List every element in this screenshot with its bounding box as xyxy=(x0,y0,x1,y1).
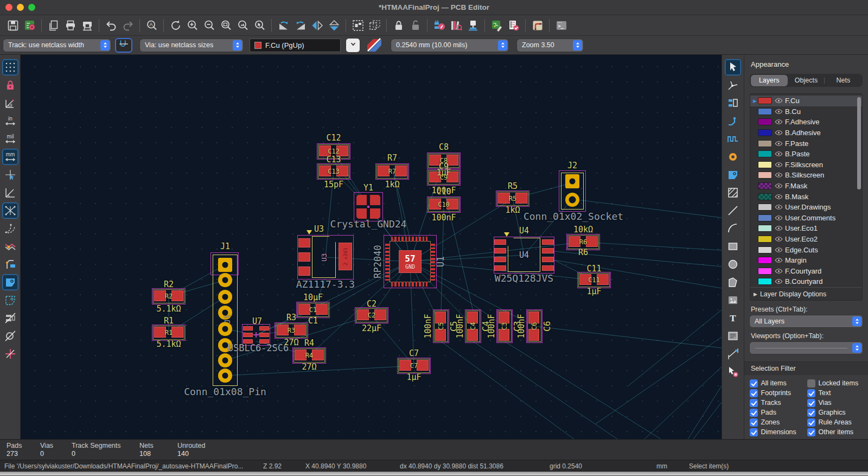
pcb-label-U4[interactable]: U4 xyxy=(519,227,529,235)
ratsnest-curve-button[interactable] xyxy=(2,220,18,237)
layer-color-swatch[interactable] xyxy=(758,118,772,125)
image-button[interactable] xyxy=(725,292,741,308)
footprint-R4[interactable]: R4 xyxy=(293,348,326,363)
rotate-cw-button[interactable] xyxy=(292,17,308,33)
layer-pair-indicator-icon[interactable] xyxy=(366,38,382,53)
via-size-dropdown[interactable]: Via: use netclass sizes xyxy=(140,39,243,52)
pcb-label-U3[interactable]: U3 xyxy=(314,225,324,233)
layer-color-swatch[interactable] xyxy=(758,214,772,221)
active-layer-selector[interactable]: F.Cu (PgUp) xyxy=(250,39,341,52)
pcb-label-C2[interactable]: C2 xyxy=(367,300,376,308)
layer-row-F.Cu[interactable]: ▶F.Cu xyxy=(750,96,862,106)
route-map-button[interactable] xyxy=(529,17,545,33)
footprint-C7[interactable]: C7 xyxy=(398,358,430,373)
unit-mm-button[interactable]: mm xyxy=(2,149,18,165)
console-button[interactable]: >_ xyxy=(553,17,569,33)
track-width-dropdown[interactable]: Track: use netclass width xyxy=(3,39,111,52)
selection-filter-all-items[interactable]: All items xyxy=(750,379,807,388)
pcb-label-C7[interactable]: 1µF xyxy=(406,373,421,382)
layer-visibility-eye-icon[interactable] xyxy=(772,107,785,116)
footprint-R3[interactable]: R3 xyxy=(275,323,308,338)
layer-row-F.Mask[interactable]: F.Mask xyxy=(750,181,862,192)
route-button[interactable] xyxy=(725,113,741,129)
footprint-C11[interactable]: C11 xyxy=(578,272,610,288)
cursor-shape-button[interactable] xyxy=(2,167,18,183)
pcb-label-J1[interactable]: J1 xyxy=(220,243,230,251)
zoom-objects-button[interactable] xyxy=(235,17,251,33)
layer-row-User.Eco1[interactable]: User.Eco1 xyxy=(750,223,862,234)
pcb-label-R7[interactable]: 1kΩ xyxy=(385,181,399,189)
checkbox-icon[interactable] xyxy=(750,428,758,436)
fp-add-button[interactable] xyxy=(725,95,741,111)
layer-row-B.Paste[interactable]: B.Paste xyxy=(750,149,862,160)
pcb-label-R2[interactable]: R2 xyxy=(164,281,174,289)
pcb-label-C5[interactable]: 100nF xyxy=(424,314,432,338)
layer-row-User.Eco2[interactable]: User.Eco2 xyxy=(750,234,862,245)
layer-row-F.Paste[interactable]: F.Paste xyxy=(750,138,862,149)
selection-filter-zones[interactable]: Zones xyxy=(750,418,807,427)
undo-button[interactable] xyxy=(103,17,119,33)
pcb-label-C8[interactable]: C8 xyxy=(439,143,449,151)
layer-visibility-eye-icon[interactable] xyxy=(772,193,785,201)
selection-filter-text[interactable]: Text xyxy=(807,389,863,397)
layer-visibility-eye-icon[interactable] xyxy=(772,235,785,243)
pcb-label-C1[interactable]: C1 xyxy=(308,317,318,325)
layer-row-B.Cu[interactable]: B.Cu xyxy=(750,106,862,117)
close-window-button[interactable] xyxy=(5,4,12,11)
drc-button[interactable] xyxy=(506,17,521,33)
selection-filter-dimensions[interactable]: Dimensions xyxy=(750,428,807,436)
pcb-label-C9[interactable]: C9 xyxy=(439,163,449,171)
save-button[interactable] xyxy=(5,17,21,33)
pcb-label-R3[interactable]: 27Ω xyxy=(284,339,298,347)
zone-fill-button[interactable] xyxy=(2,274,18,290)
selection-filter-pads[interactable]: Pads xyxy=(750,409,807,417)
layer-selector-expand-button[interactable] xyxy=(346,39,360,52)
library-button[interactable] xyxy=(448,17,464,33)
footprint-R2[interactable]: R2 xyxy=(152,289,185,304)
pcb-label-U3[interactable]: AZ1117-3.3 xyxy=(296,280,355,289)
layer-row-Edge.Cuts[interactable]: Edge.Cuts xyxy=(750,244,862,255)
layer-visibility-eye-icon[interactable] xyxy=(772,214,785,222)
pcb-label-C1[interactable]: 10µF xyxy=(303,294,323,302)
pcb-label-C6[interactable]: 100nF xyxy=(518,314,526,338)
pcb-canvas[interactable]: C12C12 C13C1315pF R7R71kΩ C8C81µF C9C910… xyxy=(21,55,722,439)
zoom-fit-button[interactable] xyxy=(218,17,234,33)
minimize-window-button[interactable] xyxy=(17,4,24,11)
fp-hide-button[interactable] xyxy=(2,310,18,326)
layer-color-swatch[interactable] xyxy=(758,204,772,211)
layer-visibility-eye-icon[interactable] xyxy=(772,97,785,105)
lock-pink-button[interactable] xyxy=(2,77,18,93)
rotate-ccw-button[interactable] xyxy=(276,17,291,33)
layers-scrollbar[interactable] xyxy=(857,97,861,189)
viewer3d-button[interactable] xyxy=(465,17,481,33)
pcb-label-C11[interactable]: C11 xyxy=(586,265,601,273)
lock-button[interactable] xyxy=(391,17,406,33)
zone-add-button[interactable] xyxy=(725,167,741,183)
layer-color-swatch[interactable] xyxy=(758,140,772,147)
footprint-C2[interactable]: C2 xyxy=(355,308,388,323)
layer-row-User.Comments[interactable]: User.Comments xyxy=(750,213,862,224)
pcb-label-R5[interactable]: R5 xyxy=(508,182,518,191)
selection-filter-locked-items[interactable]: Locked items xyxy=(807,379,863,388)
pcb-label-C13[interactable]: 15pF xyxy=(324,181,343,189)
rect-button[interactable] xyxy=(725,238,741,255)
layer-row-B.Adhesive[interactable]: B.Adhesive xyxy=(750,128,862,138)
pcb-label-R1[interactable]: 5.1kΩ xyxy=(156,340,181,348)
selection-filter-other-items[interactable]: Other items xyxy=(807,428,863,436)
via-button[interactable] xyxy=(725,149,741,165)
pad-hide-button[interactable] xyxy=(2,328,18,344)
layer-color-swatch[interactable] xyxy=(758,172,772,179)
footprint-C3[interactable]: C3 xyxy=(497,310,512,342)
pcb-label-R7[interactable]: R7 xyxy=(387,154,397,162)
board-setup-button[interactable] xyxy=(22,17,37,33)
checkbox-icon[interactable] xyxy=(750,409,758,417)
line-button[interactable] xyxy=(725,202,741,219)
layer-row-F.Courtyard[interactable]: F.Courtyard xyxy=(750,266,862,277)
zoom-level-dropdown[interactable]: Zoom 3.50 xyxy=(517,39,583,52)
pcb-label-C10[interactable]: C10 xyxy=(436,188,451,196)
tune-button[interactable] xyxy=(725,131,741,147)
checkbox-icon[interactable] xyxy=(807,418,815,427)
pcb-label-Y1[interactable]: Y1 xyxy=(363,184,373,192)
pcb-label-Y1[interactable]: Crystal_GND24 xyxy=(330,219,407,229)
unlock-button[interactable] xyxy=(407,17,423,33)
